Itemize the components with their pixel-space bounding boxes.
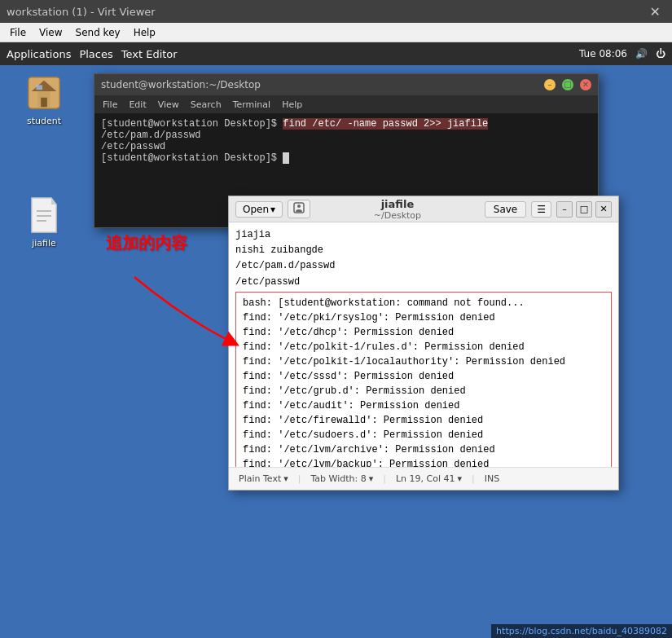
position-label: Ln 19, Col 41 [396,473,455,484]
editor-maximize-button[interactable]: □ [576,201,592,218]
terminal-title: student@workstation:~/Desktop [101,79,261,90]
student-icon-label: student [27,116,61,126]
editor-error-line-9: find: '/etc/firewalld': Permission denie… [243,413,604,428]
close-button[interactable]: ✕ [645,2,665,21]
virt-menu-view[interactable]: View [33,27,68,38]
tab-width-dropdown-icon[interactable]: ▾ [369,473,374,484]
terminal-line-2: /etc/pam.d/passwd [101,130,591,141]
editor-minimize-button[interactable]: – [556,201,573,218]
gnome-topbar: Applications Places Text Editor Tue 08:0… [0,42,672,65]
editor-open-button[interactable]: Open ▾ [235,201,283,218]
terminal-menu-file[interactable]: File [98,99,122,110]
editor-save-button[interactable]: Save [485,201,526,218]
editor-contact-button[interactable] [288,200,310,218]
editor-error-line-8: find: '/etc/audit': Permission denied [243,398,604,413]
editor-error-line-10: find: '/etc/sudoers.d': Permission denie… [243,428,604,442]
desktop-icon-jiafile[interactable]: jiafile [11,196,77,249]
editor-error-line-1: bash: [student@workstation: command not … [243,296,604,310]
clock: Tue 08:06 [579,48,627,59]
statusbar-sep-2: | [383,473,386,484]
editor-filename: jiafile [315,198,480,210]
terminal-menu-edit[interactable]: Edit [124,99,151,110]
terminal-cursor [283,152,289,164]
tab-width-label: Tab Width: 8 [310,473,366,484]
titlebar-title: workstation (1) - Virt Viewer [7,6,156,18]
editor-error-line-11: find: '/etc/lvm/archive': Permission den… [243,442,604,457]
statusbar-sep-3: | [472,473,475,484]
editor-normal-line-3: /etc/pam.d/passwd [235,258,612,274]
editor-wm-buttons: – □ ✕ [556,201,612,218]
virt-menu-sendkey[interactable]: Send key [69,27,127,38]
editor-normal-line-2: nishi zuibangde [235,243,612,258]
terminal-line-4: [student@workstation Desktop]$ [101,152,591,164]
editor-error-line-3: find: '/etc/dhcp': Permission denied [243,325,604,340]
editor-error-line-7: find: '/etc/grub.d': Permission denied [243,384,604,398]
statusbar-tab-width[interactable]: Tab Width: 8 ▾ [307,473,376,484]
terminal-wm-buttons: – □ ✕ [544,79,591,90]
svg-rect-3 [41,98,47,108]
virt-viewer-menubar: File View Send key Help [0,23,672,42]
terminal-menu-view[interactable]: View [153,99,184,110]
editor-window: Open ▾ jiafile ~/Desktop Save ☰ – □ ✕ ji… [228,196,619,491]
svg-point-19 [297,205,301,208]
virt-menu-help[interactable]: Help [127,27,162,38]
terminal-menu-search[interactable]: Search [186,99,226,110]
editor-close-button[interactable]: ✕ [595,201,612,218]
jiafile-icon-label: jiafile [32,238,56,249]
plain-text-dropdown-icon[interactable]: ▾ [283,473,288,484]
editor-hamburger-button[interactable]: ☰ [531,201,551,218]
open-label: Open [243,204,269,215]
desktop: student Trash [0,65,672,638]
places-menu[interactable]: Places [79,48,112,60]
terminal-minimize-button[interactable]: – [544,79,556,90]
editor-error-line-5: find: '/etc/polkit-1/localauthority': Pe… [243,354,604,369]
statusbar-position[interactable]: Ln 19, Col 41 ▾ [393,473,465,484]
editor-filepath: ~/Desktop [315,210,480,221]
editor-error-line-6: find: '/etc/sssd': Permission denied [243,369,604,384]
terminal-titlebar: student@workstation:~/Desktop – □ ✕ [94,74,598,95]
editor-statusbar: Plain Text ▾ | Tab Width: 8 ▾ | Ln 19, C… [229,467,618,490]
file-icon [24,196,64,235]
editor-title: jiafile ~/Desktop [315,198,480,221]
editor-error-line-12: find: '/etc/lvm/backup': Permission deni… [243,457,604,467]
power-icon[interactable]: ⏻ [656,48,665,59]
editor-normal-line-4: /etc/passwd [235,275,612,290]
virt-menu-file[interactable]: File [3,27,33,38]
text-editor-menu[interactable]: Text Editor [121,48,178,60]
editor-error-line-2: find: '/etc/pki/rsyslog': Permission den… [243,310,604,325]
editor-content[interactable]: jiajia nishi zuibangde /etc/pam.d/passwd… [229,222,618,467]
terminal-line-1: [student@workstation Desktop]$ find /etc… [101,118,591,130]
applications-menu[interactable]: Applications [7,48,71,60]
terminal-line-3: /etc/passwd [101,141,591,152]
editor-error-block: bash: [student@workstation: command not … [235,292,612,467]
terminal-close-button[interactable]: ✕ [580,79,591,90]
terminal-cmd-highlight: find /etc/ -name passwd 2>> jiafile [283,118,488,130]
position-dropdown-icon[interactable]: ▾ [458,473,463,484]
volume-icon[interactable]: 🔊 [635,48,648,59]
home-icon [24,73,64,112]
statusbar-ins: INS [481,473,503,484]
virt-viewer-titlebar: workstation (1) - Virt Viewer ✕ [0,0,672,23]
svg-rect-4 [36,85,42,90]
statusbar-plain-text[interactable]: Plain Text ▾ [235,473,292,484]
terminal-menu-help[interactable]: Help [277,99,307,110]
topbar-right: Tue 08:06 🔊 ⏻ [579,48,665,59]
desktop-icon-student[interactable]: student [11,73,77,126]
statusbar-sep-1: | [298,473,301,484]
annotation-text: 追加的内容 [106,232,187,254]
ins-label: INS [485,473,499,484]
plain-text-label: Plain Text [239,473,281,484]
editor-normal-line-1: jiajia [235,227,612,243]
topbar-left: Applications Places Text Editor [7,48,178,60]
terminal-maximize-button[interactable]: □ [562,79,573,90]
watermark: https://blog.csdn.net/baidu_40389082 [491,624,672,638]
terminal-menu-terminal[interactable]: Terminal [228,99,276,110]
editor-titlebar: Open ▾ jiafile ~/Desktop Save ☰ – □ ✕ [229,196,618,222]
terminal-menubar: File Edit View Search Terminal Help [94,95,598,113]
open-dropdown-icon[interactable]: ▾ [270,204,275,215]
editor-error-line-4: find: '/etc/polkit-1/rules.d': Permissio… [243,340,604,354]
